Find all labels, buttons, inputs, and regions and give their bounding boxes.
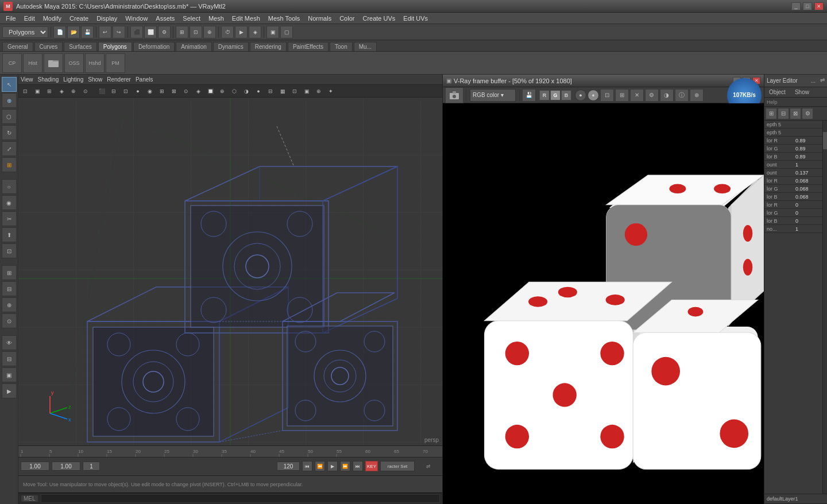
vray-zoom-btn[interactable]: ⊕	[690, 89, 704, 102]
scrollbar-thumb[interactable]	[823, 132, 827, 149]
play-btn[interactable]: ▶	[327, 461, 338, 471]
shelf-tab-toon[interactable]: Toon	[330, 42, 353, 51]
shelf-tab-deformation[interactable]: Deformation	[133, 42, 175, 51]
vp-toolbar-btn-16[interactable]: 🔲	[204, 86, 216, 96]
timeline-ruler[interactable]: 1 5 10 15 20 25 30 35 40 45 50 55	[18, 446, 442, 458]
shelf-tab-dynamics[interactable]: Dynamics	[213, 42, 249, 51]
relax-btn[interactable]: ⊙	[2, 313, 17, 328]
vp-menu-shading[interactable]: Shading	[38, 76, 59, 83]
vray-display-dropdown[interactable]: RGB color ▾	[470, 89, 516, 102]
toolbar-new[interactable]: 📄	[53, 26, 66, 38]
script-type-label[interactable]: MEL	[21, 495, 38, 502]
toolbar-select[interactable]: ⬛	[130, 26, 143, 38]
tab-object[interactable]: Object	[767, 88, 788, 96]
toolbar-redo[interactable]: ↪	[113, 26, 125, 38]
goto-start-btn[interactable]: ⏮	[302, 461, 312, 471]
display-layers-btn[interactable]: ⊟	[2, 351, 17, 366]
vp-menu-view[interactable]: View	[21, 76, 33, 83]
lasso-tool-btn[interactable]: ⬡	[2, 109, 17, 124]
vray-clear-btn[interactable]: ✕	[630, 89, 644, 102]
vray-channel-r[interactable]: R	[539, 90, 550, 100]
menu-display[interactable]: Display	[93, 14, 121, 22]
vp-toolbar-btn-7[interactable]: ⬛	[96, 86, 107, 96]
vray-settings-btn[interactable]: ⚙	[645, 89, 659, 102]
vp-toolbar-btn-14[interactable]: ⊙	[180, 86, 192, 96]
menu-mesh-tools[interactable]: Mesh Tools	[265, 14, 303, 22]
command-input[interactable]	[41, 494, 440, 503]
minimize-button[interactable]: _	[791, 2, 801, 10]
vray-circle-btn-1[interactable]: ●	[575, 90, 586, 101]
vp-toolbar-btn-5[interactable]: ⊕	[68, 86, 79, 96]
next-frame-btn[interactable]: ⏩	[340, 461, 350, 471]
shelf-tab-more[interactable]: Mu...	[354, 42, 377, 51]
quad-draw-btn[interactable]: ⊟	[2, 281, 17, 296]
shelf-tab-painteffects[interactable]: PaintEffects	[288, 42, 329, 51]
cut-faces-btn[interactable]: ✂	[2, 211, 17, 226]
maximize-button[interactable]: □	[803, 2, 812, 10]
vp-toolbar-btn-24[interactable]: ▣	[301, 86, 312, 96]
shelf-tab-rendering[interactable]: Rendering	[250, 42, 287, 51]
layer-icon-3[interactable]: ⊠	[790, 108, 801, 119]
3d-viewport[interactable]: View Shading Lighting Show Renderer Pane…	[18, 75, 442, 445]
shelf-icon-folder[interactable]	[44, 53, 63, 73]
extrude-btn[interactable]: ⬆	[2, 227, 17, 242]
vp-toolbar-btn-6[interactable]: ⊙	[80, 86, 91, 96]
vp-toolbar-btn-10[interactable]: ●	[132, 86, 144, 96]
shelf-tab-polygons[interactable]: Polygons	[98, 42, 132, 51]
menu-edit-mesh[interactable]: Edit Mesh	[229, 14, 264, 22]
menu-create-uvs[interactable]: Create UVs	[359, 14, 399, 22]
vp-toolbar-btn-15[interactable]: ◈	[192, 86, 204, 96]
vp-toolbar-btn-13[interactable]: ⊠	[168, 86, 180, 96]
vp-toolbar-btn-1[interactable]: ⊡	[20, 86, 31, 96]
vp-toolbar-btn-23[interactable]: ⊡	[289, 86, 300, 96]
toolbar-hide-ui[interactable]: ▢	[280, 26, 293, 38]
vray-channel-g[interactable]: G	[550, 90, 561, 100]
vp-toolbar-btn-19[interactable]: ◑	[241, 86, 252, 96]
vp-toolbar-btn-21[interactable]: ⊟	[265, 86, 276, 96]
vray-circle-btn-2[interactable]: ●	[588, 90, 599, 101]
shelf-tab-surfaces[interactable]: Surfaces	[64, 42, 96, 51]
toolbar-paint[interactable]: ⚙	[158, 26, 171, 38]
timeline-current-input[interactable]	[52, 462, 80, 471]
toolbar-show-ui[interactable]: ▣	[266, 26, 279, 38]
menu-create[interactable]: Create	[66, 14, 92, 22]
vp-menu-lighting[interactable]: Lighting	[63, 76, 83, 83]
mode-dropdown[interactable]: Polygons	[2, 26, 48, 38]
vray-pixel-info-btn[interactable]: ⓘ	[675, 89, 689, 102]
prev-frame-btn[interactable]: ⏪	[315, 461, 325, 471]
toolbar-ipr[interactable]: ◈	[249, 26, 261, 38]
menu-window[interactable]: Window	[122, 14, 151, 22]
universal-tool-btn[interactable]: ⊞	[2, 157, 17, 172]
vp-menu-renderer[interactable]: Renderer	[107, 76, 131, 83]
vp-toolbar-btn-22[interactable]: ▦	[277, 86, 288, 96]
move-tool-btn[interactable]: ⊕	[2, 93, 17, 108]
render-region-btn[interactable]: ▣	[2, 367, 17, 382]
toolbar-open[interactable]: 📂	[67, 26, 80, 38]
menu-edit-uvs[interactable]: Edit UVs	[400, 14, 431, 22]
help-label[interactable]: Help	[767, 99, 778, 105]
toolbar-snap-curve[interactable]: ⊡	[190, 26, 202, 38]
vp-menu-panels[interactable]: Panels	[136, 76, 153, 83]
multi-cut-btn[interactable]: ⊞	[2, 265, 17, 280]
vp-toolbar-btn-8[interactable]: ⊟	[108, 86, 119, 96]
vray-compare-btn[interactable]: ⊡	[600, 89, 614, 102]
soft-select-btn[interactable]: ○	[2, 179, 17, 194]
timeline-frame-input[interactable]	[83, 462, 100, 471]
menu-select[interactable]: Select	[179, 14, 204, 22]
layer-anim-btn[interactable]: ⇌	[820, 77, 825, 84]
toolbar-undo[interactable]: ↩	[99, 26, 111, 38]
rotate-tool-btn[interactable]: ↻	[2, 125, 17, 140]
shelf-tab-curves[interactable]: Curves	[34, 42, 63, 51]
toolbar-snap-grid[interactable]: ⊞	[176, 26, 188, 38]
layer-tab-object[interactable]: ...	[809, 77, 818, 84]
vp-toolbar-btn-4[interactable]: ◈	[56, 86, 67, 96]
shelf-tab-general[interactable]: General	[2, 42, 33, 51]
goto-end-btn[interactable]: ⏭	[353, 461, 363, 471]
shelf-icon-hist[interactable]: Hist	[23, 53, 42, 73]
toolbar-save[interactable]: 💾	[81, 26, 94, 38]
vp-toolbar-btn-17[interactable]: ⊕	[217, 86, 228, 96]
menu-assets[interactable]: Assets	[152, 14, 178, 22]
vp-toolbar-btn-9[interactable]: ⊡	[120, 86, 132, 96]
vray-color-correct-btn[interactable]: ◑	[660, 89, 674, 102]
toolbar-history[interactable]: ⏱	[221, 26, 234, 38]
